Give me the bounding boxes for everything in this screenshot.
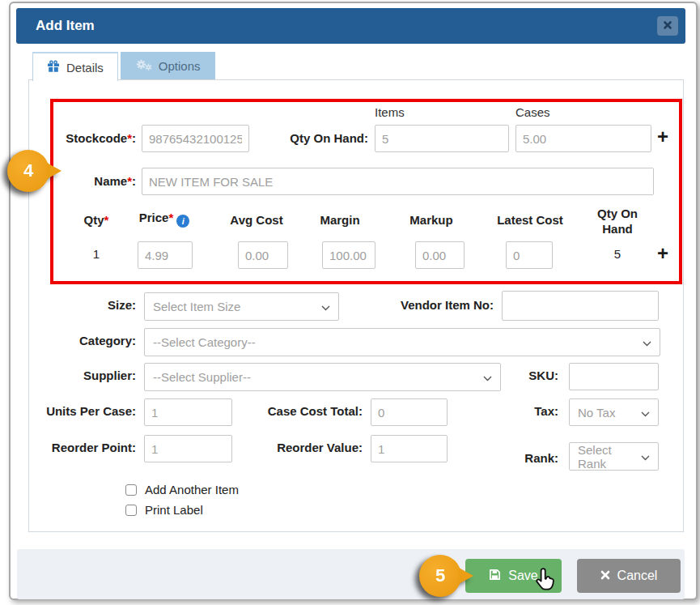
category-label: Category:: [23, 334, 136, 347]
add-another-item-checkbox[interactable]: [125, 484, 137, 496]
tax-label: Tax:: [512, 404, 558, 418]
vendor-item-no-input[interactable]: [502, 291, 659, 321]
save-button[interactable]: Save: [465, 559, 562, 593]
size-select-value: Select Item Size: [153, 300, 240, 313]
tab-bar: Details: [32, 52, 215, 81]
add-row-icon[interactable]: +: [657, 127, 668, 147]
qty-on-hand-items-input[interactable]: [375, 125, 509, 152]
qty-on-hand-value: 5: [595, 247, 640, 261]
avg-cost-input[interactable]: [238, 241, 288, 269]
name-input[interactable]: [142, 168, 654, 195]
step-4-badge: 4: [7, 150, 49, 192]
category-select[interactable]: --Select Category--: [144, 328, 660, 356]
latest-cost-input[interactable]: [506, 241, 553, 269]
cancel-button[interactable]: Cancel: [577, 559, 681, 593]
page: Add Item: [0, 0, 700, 605]
units-per-case-label: Units Per Case:: [23, 404, 136, 418]
margin-column-header: Margin: [308, 213, 372, 227]
case-cost-total-input[interactable]: [371, 398, 448, 426]
reorder-value-label: Reorder Value:: [241, 441, 363, 454]
dialog-footer: Save Cancel: [17, 549, 685, 599]
qty-on-hand-cases-input[interactable]: [515, 125, 651, 152]
chevron-down-icon: [321, 300, 330, 313]
dialog-titlebar: Add Item: [16, 8, 685, 44]
size-label: Size:: [23, 298, 136, 312]
stockcode-label: Stockcode*:: [23, 131, 136, 145]
close-icon: [663, 20, 672, 32]
reorder-point-input[interactable]: [144, 435, 232, 462]
latest-cost-column-header: Latest Cost: [491, 213, 569, 227]
save-button-label: Save: [508, 569, 537, 583]
cases-column-header: Cases: [515, 105, 550, 119]
qty-on-hand-column-header: Qty OnHand: [595, 206, 640, 236]
avg-cost-column-header: Avg Cost: [224, 213, 289, 227]
add-item-dialog: Add Item: [9, 2, 698, 600]
tab-details-label: Details: [66, 61, 104, 75]
category-select-value: --Select Category--: [153, 335, 256, 349]
supplier-label: Supplier:: [23, 369, 136, 382]
reorder-value-input[interactable]: [371, 435, 448, 462]
add-another-item-label: Add Another Item: [145, 483, 239, 496]
supplier-select[interactable]: --Select Supplier--: [144, 363, 501, 391]
qty-column-header: Qty*: [72, 213, 121, 227]
markup-column-header: Markup: [399, 213, 464, 227]
tab-options-label: Options: [159, 59, 201, 73]
chevron-down-icon: [641, 406, 650, 420]
rank-select-value: Select Rank: [578, 443, 641, 471]
gears-icon: [135, 58, 152, 74]
info-icon[interactable]: i: [176, 215, 189, 228]
print-label-checkbox[interactable]: [125, 505, 137, 516]
vendor-item-no-label: Vendor Item No:: [371, 298, 494, 312]
floppy-disk-icon: [489, 569, 501, 584]
supplier-select-value: --Select Supplier--: [153, 370, 251, 384]
sku-input[interactable]: [569, 363, 659, 390]
case-cost-total-label: Case Cost Total:: [241, 404, 363, 418]
gift-icon: [47, 60, 60, 75]
sku-label: SKU:: [496, 369, 558, 382]
chevron-down-icon: [641, 449, 650, 463]
reorder-point-label: Reorder Point:: [23, 441, 136, 454]
price-column-header: Price*i: [124, 211, 205, 228]
tax-select[interactable]: No Tax: [569, 398, 659, 426]
size-select[interactable]: Select Item Size: [144, 292, 339, 321]
tab-options[interactable]: Options: [121, 52, 215, 79]
print-label-label: Print Label: [145, 503, 203, 517]
add-price-row-icon[interactable]: +: [657, 244, 668, 263]
close-button[interactable]: [657, 16, 678, 36]
margin-input[interactable]: [322, 241, 375, 269]
qty-value: 1: [72, 247, 121, 261]
units-per-case-input[interactable]: [144, 398, 232, 426]
cancel-button-label: Cancel: [617, 569, 658, 583]
markup-input[interactable]: [415, 241, 465, 269]
chevron-down-icon: [483, 370, 492, 384]
price-input[interactable]: [138, 241, 193, 269]
tax-select-value: No Tax: [578, 406, 615, 420]
x-icon: [600, 569, 610, 583]
tab-details[interactable]: Details: [32, 52, 118, 81]
step-5-badge: 5: [419, 555, 461, 597]
rank-label: Rank:: [512, 451, 558, 465]
items-column-header: Items: [375, 105, 405, 119]
dialog-title: Add Item: [16, 18, 95, 34]
chevron-down-icon: [643, 335, 651, 349]
rank-select[interactable]: Select Rank: [569, 442, 659, 471]
stockcode-input[interactable]: [142, 125, 249, 152]
qty-on-hand-label: Qty On Hand:: [269, 131, 368, 145]
